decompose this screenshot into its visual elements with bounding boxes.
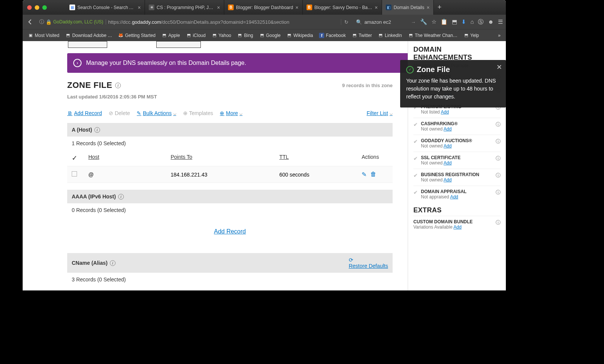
col-points[interactable]: Points To [171, 290, 279, 290]
add-record-link[interactable]: 🗎Add Record [67, 110, 102, 116]
cell-host: @ [88, 172, 171, 178]
bookmark-yelp[interactable]: ⬒Yelp [461, 32, 481, 39]
col-points[interactable]: Points To [171, 154, 279, 162]
bookmark-twitter[interactable]: ⬒Twitter [350, 32, 374, 39]
search-field[interactable]: 🔍amazon ec2→ [354, 17, 418, 27]
col-host[interactable]: Host [88, 154, 171, 162]
add-link[interactable]: Add [444, 160, 451, 166]
section-meta: 0 Records (0 Selected) [67, 203, 393, 217]
back-button[interactable] [26, 17, 35, 26]
close-icon[interactable]: × [427, 5, 430, 11]
add-link[interactable]: Add [444, 126, 451, 132]
bookmark-yahoo[interactable]: ⬒Yahoo [210, 32, 234, 39]
help-icon[interactable]: ⓘ [496, 219, 501, 226]
site-identity: GoDaddy.com, LLC (US) [53, 19, 106, 25]
checkmark-icon[interactable]: ✓ [72, 154, 77, 162]
row-checkbox[interactable] [72, 171, 77, 177]
close-icon[interactable]: ✕ [496, 63, 502, 71]
bookmark-bing[interactable]: ⬒Bing [235, 32, 255, 39]
col-host[interactable]: Host [88, 290, 171, 290]
info-icon[interactable]: i [94, 127, 100, 133]
help-icon[interactable]: ⓘ [496, 155, 501, 162]
enh-status: Not owned Add [421, 177, 493, 183]
noscript-icon[interactable]: Ⓢ [478, 18, 484, 26]
add-link[interactable]: Add [441, 109, 449, 115]
bookmark-getting-started[interactable]: 🦊Getting Started [116, 32, 158, 39]
help-icon[interactable]: ⓘ [496, 138, 501, 145]
chevron-down-icon: ⌵ [239, 110, 242, 116]
add-link[interactable]: Add [453, 224, 461, 230]
help-icon[interactable]: ⓘ [496, 121, 501, 128]
bookmark-facebook[interactable]: fFacebook [317, 32, 348, 39]
new-tab-button[interactable]: + [434, 0, 445, 15]
close-icon[interactable]: × [138, 5, 141, 11]
enh-status: Not listed Add [421, 109, 493, 115]
bulk-actions-link[interactable]: ✎Bulk Actions ⌵ [137, 110, 176, 116]
close-icon[interactable]: × [374, 5, 378, 11]
bookmark-overflow[interactable]: » [496, 32, 503, 39]
star-icon[interactable]: ☆ [431, 18, 436, 26]
bookmark-apple[interactable]: ⬒Apple [159, 32, 182, 39]
bookmark-most-visited[interactable]: ▣Most Visited [26, 32, 62, 39]
enh-title: DOMAIN APPRAISAL [421, 189, 493, 194]
info-icon[interactable]: i [110, 260, 116, 266]
profile-icon[interactable]: ☻ [488, 18, 494, 26]
tab-blogger-dashboard[interactable]: BBlogger: Blogger Dashboard× [224, 0, 303, 15]
download-icon[interactable]: ⬇ [461, 18, 466, 26]
check-icon: ✔ [413, 155, 418, 161]
help-icon[interactable]: ⓘ [496, 172, 501, 179]
pocket-icon[interactable]: ⬒ [452, 18, 457, 26]
titlebar: ▦Search Console - Search A...× ✳CS : Pro… [23, 0, 506, 15]
col-actions: Actions [362, 154, 404, 162]
enhancement-item: ✔BUSINESS REGISTRATIONNot owned Addⓘ [413, 169, 501, 186]
enh-title: SSL CERTIFICATE [421, 155, 493, 160]
enh-status: Not owned Add [421, 126, 493, 132]
trash-icon[interactable]: 🗑 [370, 171, 376, 178]
edit-icon[interactable]: ✎ [362, 171, 367, 178]
add-link[interactable]: Add [450, 194, 458, 200]
home-icon[interactable]: ⌂ [470, 18, 474, 26]
url-field[interactable]: ⓘ 🔒 GoDaddy.com, LLC (US) https://dcc.go… [37, 17, 339, 27]
table-header: ✓ Host Points To TTL Actions [67, 150, 393, 166]
col-actions: Actions [362, 290, 404, 290]
wand-icon[interactable]: 🔧 [420, 18, 427, 26]
bookmark-download-adobe[interactable]: ⬒Download Adobe … [63, 32, 114, 39]
add-link[interactable]: Add [444, 177, 451, 183]
tab-search-console[interactable]: ▦Search Console - Search A...× [66, 0, 145, 15]
col-ttl[interactable]: TTL [279, 154, 362, 162]
enh-title: CASHPARKING® [421, 121, 493, 126]
add-record-link[interactable]: Add Record [67, 228, 393, 235]
bookmark-google[interactable]: ⬒Google [257, 32, 283, 39]
reload-button[interactable]: ↻ [341, 19, 351, 25]
go-icon[interactable]: → [411, 19, 416, 25]
close-icon[interactable]: × [295, 5, 298, 11]
clipboard-icon[interactable]: 📋 [441, 18, 448, 26]
bookmark-icloud[interactable]: ⬒iCloud [184, 32, 208, 39]
help-icon[interactable]: ⓘ [496, 189, 501, 196]
bookmark-linkedin[interactable]: ⬒LinkedIn [376, 32, 404, 39]
record-count: 9 records in this zone [342, 83, 393, 88]
restore-defaults-link[interactable]: Restore Defaults [349, 263, 388, 269]
templates-link: ⊕Templates [183, 110, 213, 116]
plus-circle-icon: ⊕ [183, 110, 188, 116]
tab-domain-details[interactable]: ◧Domain Details× [382, 0, 434, 15]
tab-cs-programming[interactable]: ✳CS : Programming PHP, JQ...× [145, 0, 224, 15]
info-icon[interactable]: i [118, 194, 124, 200]
select-box[interactable] [156, 41, 201, 48]
close-window-button[interactable] [27, 5, 32, 10]
bookmark-wikipedia[interactable]: ⬒Wikipedia [284, 32, 315, 39]
info-icon[interactable]: i [115, 83, 121, 88]
traffic-lights [27, 5, 47, 10]
tab-blogger-savvy[interactable]: BBlogger: Savvy Demo - Bas...× [303, 0, 382, 15]
close-icon[interactable]: × [217, 5, 220, 11]
more-link[interactable]: ⊕More ⌵ [220, 110, 242, 116]
select-box[interactable] [68, 41, 107, 48]
menu-icon[interactable]: ☰ [498, 18, 503, 26]
add-link[interactable]: Add [444, 143, 451, 149]
filter-list-link[interactable]: Filter List ⌵ [367, 110, 393, 116]
bookmark-weather[interactable]: ⬒The Weather Chan… [406, 32, 460, 39]
minimize-window-button[interactable] [35, 5, 39, 10]
col-ttl[interactable]: TTL [279, 290, 362, 290]
bookmarks-bar: ▣Most Visited ⬒Download Adobe … 🦊Getting… [23, 29, 506, 41]
maximize-window-button[interactable] [42, 5, 47, 10]
